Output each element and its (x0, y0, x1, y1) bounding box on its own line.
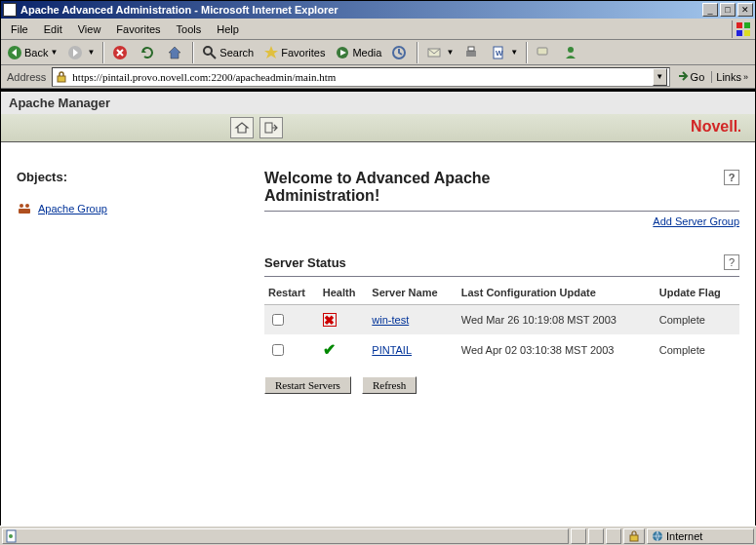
discuss-icon (536, 45, 551, 60)
search-button[interactable]: Search (198, 43, 258, 62)
browser-viewport: Apache Manager Novell. Objects: Apache G… (1, 89, 755, 525)
page-icon (5, 529, 19, 543)
edit-dropdown-icon[interactable]: ▼ (510, 48, 518, 57)
table-row: ✔ PINTAIL Wed Apr 02 03:10:38 MST 2003 C… (264, 334, 739, 365)
menu-file[interactable]: File (3, 21, 36, 37)
edit-button[interactable]: W▼ (487, 43, 522, 62)
address-dropdown-button[interactable]: ▼ (653, 68, 667, 86)
svg-point-17 (568, 47, 574, 53)
exit-icon (263, 121, 279, 135)
links-label: Links (716, 71, 741, 83)
menu-edit[interactable]: Edit (36, 21, 70, 37)
lock-icon (55, 70, 68, 84)
server-link[interactable]: PINTAIL (372, 344, 412, 356)
window-close-button[interactable]: ✕ (737, 3, 753, 17)
status-help-button[interactable]: ? (724, 254, 739, 270)
restart-servers-button[interactable]: Restart Servers (264, 376, 351, 394)
status-zone-pane: Internet (647, 528, 754, 544)
forward-dropdown-icon[interactable]: ▼ (87, 48, 95, 57)
window-minimize-button[interactable]: _ (702, 3, 718, 17)
back-dropdown-icon[interactable]: ▼ (50, 48, 58, 57)
address-input-wrap[interactable]: ▼ (52, 67, 669, 87)
refresh-servers-button[interactable]: Refresh (362, 376, 417, 394)
stop-button[interactable] (108, 43, 134, 62)
home-icon (167, 45, 182, 60)
search-icon (202, 45, 218, 60)
messenger-icon (563, 45, 578, 60)
media-icon (335, 45, 350, 60)
print-icon (463, 45, 479, 60)
discuss-button[interactable] (532, 43, 557, 62)
last-update-cell: Wed Apr 02 03:10:38 MST 2003 (458, 334, 656, 365)
server-status-table: Restart Health Server Name Last Configur… (264, 281, 739, 365)
back-icon (7, 45, 22, 60)
tree-item-label[interactable]: Apache Group (38, 203, 107, 214)
health-good-icon: ✔ (323, 341, 336, 358)
objects-heading: Objects: (17, 170, 237, 184)
tree-item-apache-group[interactable]: Apache Group (17, 202, 237, 215)
history-icon (391, 45, 407, 60)
menu-favorites[interactable]: Favorites (108, 21, 168, 37)
go-button[interactable]: Go (673, 67, 709, 87)
home-button[interactable] (163, 43, 188, 62)
col-health: Health (319, 281, 369, 305)
address-bar: Address ▼ Go Links » (1, 65, 755, 89)
restart-checkbox[interactable] (272, 344, 284, 356)
windows-flag-icon (732, 20, 753, 38)
divider (264, 211, 739, 212)
internet-zone-icon (652, 530, 663, 542)
last-update-cell: Wed Mar 26 10:19:08 MST 2003 (458, 305, 656, 335)
menu-bar: File Edit View Favorites Tools Help (1, 19, 755, 40)
svg-rect-1 (744, 22, 750, 28)
svg-rect-16 (537, 48, 547, 55)
restart-checkbox[interactable] (272, 314, 284, 326)
address-input[interactable] (70, 70, 652, 84)
zone-label: Internet (666, 530, 702, 542)
svg-text:W: W (496, 49, 503, 58)
history-button[interactable] (387, 43, 413, 62)
svg-rect-18 (58, 76, 65, 82)
exit-button[interactable] (259, 117, 283, 138)
edit-doc-icon: W (491, 45, 506, 60)
refresh-button[interactable] (136, 43, 161, 62)
media-button[interactable]: Media (331, 43, 385, 62)
welcome-help-button[interactable]: ? (724, 170, 739, 185)
menu-tools[interactable]: Tools (169, 21, 210, 37)
divider (264, 276, 739, 277)
messenger-button[interactable] (559, 43, 584, 62)
svg-rect-2 (736, 30, 742, 36)
table-row: ✖ win-test Wed Mar 26 10:19:08 MST 2003 … (264, 305, 739, 335)
mail-dropdown-icon[interactable]: ▼ (446, 48, 454, 57)
window-titlebar: Apache Advanced Administration - Microso… (1, 1, 755, 19)
update-flag-cell: Complete (656, 334, 739, 365)
col-last-update: Last Configuration Update (458, 281, 656, 305)
svg-point-7 (204, 47, 212, 55)
status-pane (571, 528, 586, 544)
server-link[interactable]: win-test (372, 314, 409, 326)
menu-view[interactable]: View (70, 21, 109, 37)
address-label: Address (4, 71, 49, 83)
links-toolbar[interactable]: Links » (711, 71, 752, 83)
welcome-heading: Welcome to Advanced Apache Administratio… (264, 170, 577, 205)
svg-rect-19 (265, 123, 272, 133)
forward-button[interactable]: ▼ (63, 43, 99, 62)
home-page-button[interactable] (230, 117, 254, 138)
favorites-button[interactable]: Favorites (259, 43, 329, 62)
app-header: Apache Manager Novell. (1, 89, 755, 142)
status-message-pane (2, 528, 569, 544)
back-label: Back (24, 47, 48, 58)
page-title: Apache Manager (1, 92, 755, 114)
back-button[interactable]: Back ▼ (3, 43, 61, 62)
left-panel: Objects: Apache Group (1, 170, 245, 394)
add-server-group-link[interactable]: Add Server Group (653, 215, 739, 227)
menu-help[interactable]: Help (209, 21, 247, 37)
status-pane (606, 528, 621, 544)
mail-icon (426, 45, 442, 60)
mail-button[interactable]: ▼ (422, 43, 458, 62)
window-maximize-button[interactable]: □ (720, 3, 736, 17)
svg-rect-0 (736, 22, 742, 28)
svg-point-21 (25, 204, 29, 208)
print-button[interactable] (459, 43, 485, 62)
novell-brand: Novell. (691, 118, 741, 136)
lock-icon (628, 530, 640, 542)
